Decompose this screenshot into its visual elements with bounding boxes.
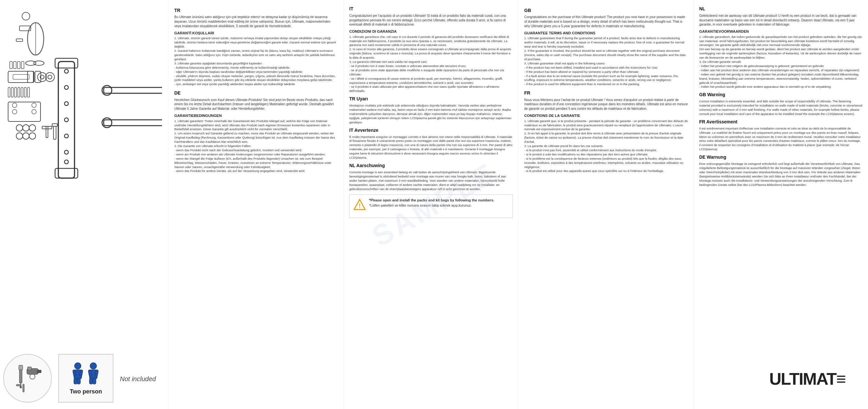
section-subtitle-tr-guarantee: GARANTİ KOŞULLARI [174,30,338,36]
section-title-nl: NL [699,6,863,12]
ultimate-logo: ULTIMAT≡ [769,367,845,391]
svg-rect-43 [18,88,20,97]
svg-point-52 [16,125,23,131]
text-col-1: TR Bu Ultimate ürününü satın aldığınız i… [168,0,344,409]
svg-rect-32 [8,71,34,83]
svg-point-56 [23,133,29,139]
section-title-de: DE [174,90,338,96]
section-text-nl-aarschuwing: Correcte montage is een essentieel belan… [349,170,513,191]
section-text-tr-guarantee: 1. Ultimate, ürünün garanti süresi içind… [174,36,338,87]
svg-rect-75 [74,378,77,384]
svg-rect-5 [104,88,162,93]
not-included-label: Not included [120,375,156,383]
svg-rect-82 [93,378,96,384]
svg-point-13 [64,118,68,122]
section-text-it-avvertenze: È molto importante eseguire un montaggio… [349,135,513,160]
warning-text: *Please open and install the packs and k… [369,198,494,208]
bottom-left-area: Two person Not included [3,354,162,403]
svg-point-11 [64,86,68,89]
section-text-de-guarantee: 1. Ultimate garantiert: Treten innerhalb… [174,119,338,174]
svg-rect-6 [104,120,162,126]
section-text-fr-intro: Nous vous félicitons pour l'achat de ce … [524,98,688,111]
section-text-nl-intro: Gefeliciteerd met de aankoop van dit Ult… [699,13,863,27]
tools-circle [3,354,52,403]
svg-rect-40 [8,88,10,97]
product-illustration [6,6,162,298]
page-container: Two person Not included TR Bu Ultimate ü… [0,0,868,409]
section-text-fr-avertissement: Il est extrêmement important d'effectuer… [699,127,863,152]
text-columns: TR Bu Ultimate ürününü satın aldığınız i… [168,0,868,409]
svg-rect-61 [52,124,57,126]
svg-point-39 [48,75,52,79]
section-text-it-guarantee: 1. Ultimate garantisce che, nel caso in … [349,35,513,94]
svg-point-22 [22,12,30,20]
svg-rect-45 [24,88,26,97]
svg-rect-33 [13,74,29,79]
svg-point-51 [32,103,36,107]
svg-rect-59 [46,126,48,138]
text-col-4: NL Gefeliciteerd met de aankoop van dit … [694,0,868,409]
svg-rect-46 [28,88,30,97]
svg-point-48 [12,109,17,114]
section-text-tr-uyan: Montajınızı mutlaka çok eski/eski çok an… [349,104,513,125]
section-title-it-avvertenze: IT Avvertenze [349,127,513,134]
svg-rect-67 [37,370,41,373]
text-col-3: GB Congratulations on the purchase of th… [518,0,694,409]
svg-rect-44 [21,88,23,97]
product-image-area [6,6,162,298]
section-subtitle-it-guarantee: CONDIZIONI DI GARANZIA [349,29,513,34]
svg-rect-42 [14,88,17,97]
svg-point-12 [64,102,68,105]
svg-point-49 [32,109,36,114]
svg-point-16 [64,160,68,164]
svg-rect-41 [11,88,13,97]
svg-rect-23 [16,39,23,41]
svg-point-57 [29,133,36,139]
svg-point-71 [74,363,81,369]
tools-icon [8,359,47,398]
svg-rect-58 [42,126,52,129]
section-title-tr-uyan: TR Uyarı [349,96,513,102]
warning-box: ! *Please open and install the packs and… [349,194,513,218]
section-subtitle-gb-guarantee: GUARANTEE TERMS AND CONDITIONS [524,30,688,36]
section-title-tr: TR [174,7,338,13]
section-text-it-intro: Congratulazioni per l'acquisto di un pro… [349,13,513,27]
section-text-gb-warning: Correct installation is extremely essent… [699,99,863,116]
two-person-box: Two person [58,354,114,403]
section-title-it: IT [349,6,513,12]
svg-point-54 [29,125,36,131]
svg-point-77 [90,363,97,369]
warning-text-en: *Please open and install the packs and k… [369,198,494,202]
svg-rect-29 [21,62,24,69]
warning-icon: ! [353,198,366,214]
section-subtitle-de-guarantee: GARANTIEBEDINGUNGEN [174,113,338,119]
section-text-de-intro: Herzlichen Glückwunsch zum Kauf dieses U… [174,98,338,111]
svg-rect-47 [8,102,40,121]
section-text-gb-guarantee: 1. Ultimate guarantees that if during th… [524,36,688,87]
svg-rect-81 [89,378,93,384]
warning-text-tr: *Lütfen paketleri ve kitler numara sıras… [369,203,472,207]
svg-rect-70 [16,384,21,386]
svg-point-53 [23,125,29,131]
svg-point-30 [26,61,36,65]
section-title-gb-warning: GB Warning [699,92,863,98]
section-title-fr: FR [524,90,688,96]
two-person-label: Two person [70,388,102,395]
section-title-fr-avertissement: FR Avertissement [699,119,863,125]
svg-point-10 [64,69,68,73]
svg-text:!: ! [359,203,361,209]
svg-rect-7 [58,62,74,178]
svg-point-31 [34,61,44,65]
svg-point-14 [64,134,68,138]
section-text-gb-intro: Congratulations on the purchase of this … [524,15,688,28]
two-person-icon [68,361,104,386]
svg-rect-26 [10,62,12,69]
section-subtitle-nl-guarantee: GARANTIEVOORWAARDEN [699,29,863,34]
section-text-tr-intro: Bu Ultimate ürününü satın aldığınız için… [174,15,338,28]
svg-rect-60 [54,126,56,139]
section-text-fr-guarantee: 1. Ultimate garantit que, si le produit … [524,119,688,174]
svg-rect-66 [28,367,31,370]
svg-rect-34 [28,71,33,83]
text-col-2: IT Congratulazioni per l'acquisto di un … [344,0,518,409]
svg-rect-69 [23,384,24,392]
